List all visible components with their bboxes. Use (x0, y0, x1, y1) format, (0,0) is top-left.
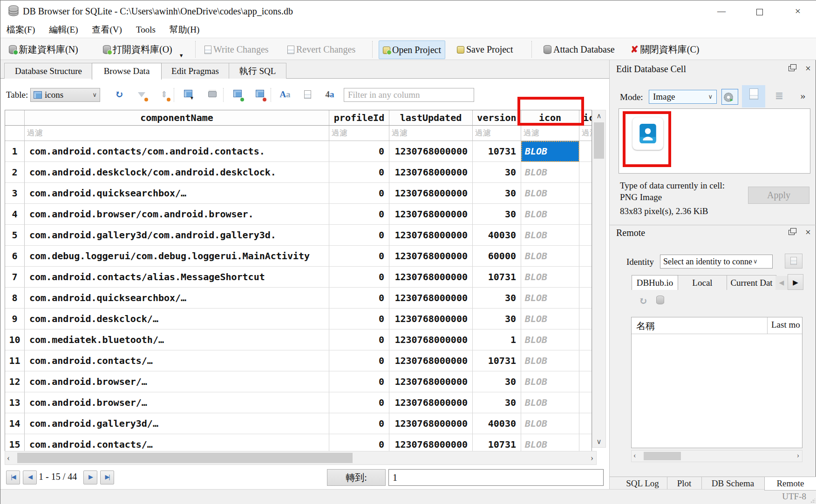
column-header-icon[interactable]: icon (521, 110, 579, 126)
tab-scroll-right-button[interactable]: ▶ (788, 274, 803, 290)
goto-record-input[interactable] (388, 469, 604, 486)
cell-lastUpdated[interactable]: 1230768000000 (389, 350, 473, 371)
cell-extra[interactable] (579, 288, 592, 309)
filter-input-version[interactable] (473, 126, 521, 141)
grid-horizontal-scrollbar[interactable]: ‹ › (5, 451, 597, 465)
wrap-text-button[interactable] (300, 88, 314, 102)
previous-record-button[interactable]: ◀ (23, 470, 37, 484)
scroll-up-icon[interactable]: ∧ (592, 112, 605, 120)
row-number[interactable]: 13 (5, 392, 25, 413)
first-record-button[interactable]: |◀ (6, 470, 20, 484)
cell-version[interactable]: 30 (473, 392, 521, 413)
tab-scroll-left-button[interactable]: ◀ (775, 276, 788, 290)
row-number[interactable]: 10 (5, 329, 25, 350)
global-filter-input[interactable] (344, 88, 474, 102)
apply-button[interactable]: Apply (748, 187, 809, 204)
cell-componentName[interactable]: com.android.gallery3d/com.android.galler… (25, 225, 329, 246)
cell-lastUpdated[interactable]: 1230768000000 (389, 246, 473, 267)
cell-lastUpdated[interactable]: 1230768000000 (389, 329, 473, 350)
cell-componentName[interactable]: com.android.gallery3d/… (25, 413, 329, 434)
cell-extra[interactable] (579, 267, 592, 288)
save-filter-button[interactable]: ⇕ (157, 88, 171, 102)
cell-profileId[interactable]: 0 (329, 162, 389, 183)
identity-selector[interactable]: Select an identity to conne ∨ (660, 255, 773, 269)
cell-profileId[interactable]: 0 (329, 288, 389, 309)
cell-componentName[interactable]: com.android.contacts/… (25, 350, 329, 371)
remote-tab-current-database[interactable]: Current Dat (727, 275, 776, 290)
filter-input-icon[interactable] (521, 126, 579, 141)
clear-filters-button[interactable] (135, 88, 149, 102)
cell-extra[interactable] (579, 183, 592, 204)
cell-extra[interactable] (579, 204, 592, 225)
toolbar-overflow-button[interactable]: » (795, 90, 811, 103)
import-data-button[interactable]: ▸ (721, 89, 738, 105)
cell-version[interactable]: 30 (473, 183, 521, 204)
horizontal-scroll-thumb[interactable] (17, 453, 353, 463)
cell-icon[interactable]: BLOB (521, 162, 579, 183)
cell-extra[interactable] (579, 246, 592, 267)
menu-file[interactable]: 檔案(F) (0, 22, 41, 38)
cell-profileId[interactable]: 0 (329, 246, 389, 267)
filter-input-profileId[interactable] (329, 126, 389, 141)
tab-edit-pragmas[interactable]: Edit Pragmas (161, 63, 230, 79)
cell-componentName[interactable]: com.android.contacts/alias.MessageShortc… (25, 267, 329, 288)
menu-edit[interactable]: 編輯(E) (43, 22, 84, 38)
cell-componentName[interactable]: com.android.browser/… (25, 392, 329, 413)
scroll-down-icon[interactable]: ∨ (592, 437, 605, 446)
cell-extra[interactable] (579, 413, 592, 434)
cell-componentName[interactable]: com.android.browser/… (25, 371, 329, 392)
cell-version[interactable]: 10731 (473, 267, 521, 288)
cell-extra[interactable] (579, 329, 592, 350)
encoding-indicator[interactable]: UTF-8 (782, 491, 806, 502)
row-number[interactable]: 3 (5, 183, 25, 204)
cell-version[interactable]: 10731 (473, 350, 521, 371)
cell-extra[interactable] (579, 162, 592, 183)
cell-profileId[interactable]: 0 (329, 392, 389, 413)
cell-lastUpdated[interactable]: 1230768000000 (389, 183, 473, 204)
tab-browse-data[interactable]: Browse Data (92, 63, 162, 80)
remote-tab-local[interactable]: Local (677, 275, 728, 290)
cell-icon[interactable]: BLOB (521, 371, 579, 392)
row-number[interactable]: 2 (5, 162, 25, 183)
remote-scroll-thumb[interactable] (644, 452, 681, 460)
row-number[interactable]: 7 (5, 267, 25, 288)
last-record-button[interactable]: ▶| (100, 470, 114, 484)
cell-icon[interactable]: BLOB (521, 413, 579, 434)
insert-record-button[interactable] (231, 88, 245, 102)
menu-help[interactable]: 幫助(H) (163, 22, 205, 38)
float-remote-panel-icon[interactable] (786, 227, 797, 238)
refresh-button[interactable]: ↻ (112, 88, 126, 102)
open-project-button[interactable]: Open Project (379, 40, 445, 59)
cell-version[interactable]: 30 (473, 288, 521, 309)
cell-lastUpdated[interactable]: 1230768000000 (389, 162, 473, 183)
next-record-button[interactable]: ▶ (83, 470, 97, 484)
column-header-lastUpdated[interactable]: lastUpdated (389, 110, 473, 126)
goto-button[interactable]: 轉到: (327, 469, 386, 486)
cell-lastUpdated[interactable]: 1230768000000 (389, 225, 473, 246)
filter-input-lastUpdated[interactable] (389, 126, 473, 141)
remote-clone-db-button[interactable] (656, 296, 664, 305)
cell-profileId[interactable]: 0 (329, 204, 389, 225)
remote-horizontal-scrollbar[interactable]: ‹ › (631, 450, 802, 462)
minimize-button[interactable]: — (711, 4, 732, 18)
revert-changes-button[interactable]: Revert Changes (284, 40, 359, 58)
cell-profileId[interactable]: 0 (329, 350, 389, 371)
sort-az-button[interactable]: 4a (323, 88, 337, 102)
cell-profileId[interactable]: 0 (329, 183, 389, 204)
cell-version[interactable]: 40030 (473, 225, 521, 246)
close-remote-panel-icon[interactable]: × (802, 227, 814, 238)
cell-profileId[interactable]: 0 (329, 309, 389, 329)
cell-icon[interactable]: BLOB (521, 141, 579, 162)
cell-extra[interactable] (579, 350, 592, 371)
new-database-button[interactable]: 新建資料庫(N) (5, 40, 82, 58)
attach-database-button[interactable]: Attach Database (540, 40, 619, 58)
cell-version[interactable]: 30 (473, 371, 521, 392)
row-number[interactable]: 9 (5, 309, 25, 329)
grid-vertical-scrollbar[interactable]: ∧ ∨ (592, 110, 606, 448)
close-database-button[interactable]: ✘關閉資料庫(C) (627, 40, 703, 58)
print-button[interactable] (205, 88, 219, 102)
column-header-componentName[interactable]: componentName (25, 110, 329, 126)
cell-profileId[interactable]: 0 (329, 329, 389, 350)
cell-componentName[interactable]: com.mediatek.bluetooth/… (25, 329, 329, 350)
cell-icon[interactable]: BLOB (521, 350, 579, 371)
